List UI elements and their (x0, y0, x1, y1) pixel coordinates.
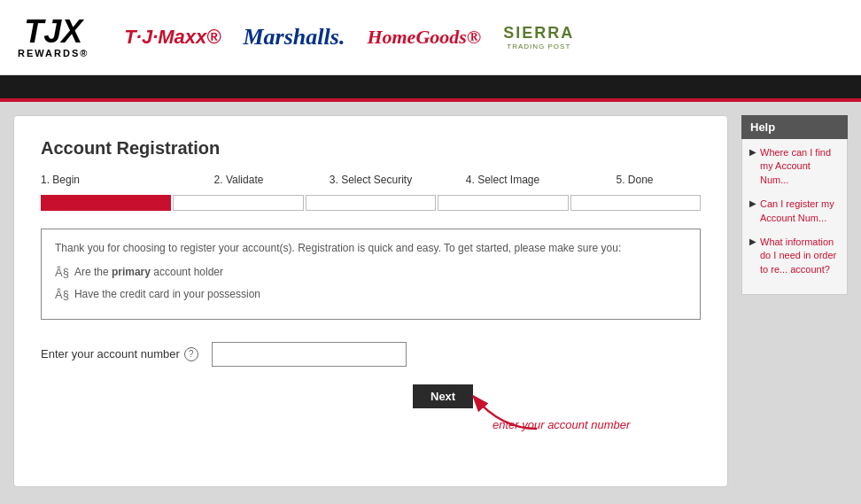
primary-bold: primary (112, 266, 151, 278)
step-5: 5. Done (569, 172, 701, 188)
step-3: 3. Select Security (305, 172, 437, 188)
annotation-text: enter your account number (493, 418, 630, 431)
help-item-3: ▶ What information do I need in order to… (749, 236, 840, 276)
progress-4 (438, 195, 568, 211)
progress-bar (41, 195, 701, 211)
step-2: 2. Validate (173, 172, 305, 188)
progress-2 (173, 195, 303, 211)
step-1-label: 1. Begin (41, 174, 80, 186)
main-container: Account Registration 1. Begin 2. Validat… (0, 102, 861, 500)
help-bullet-2: ▶ (749, 198, 756, 225)
page-title: Account Registration (41, 138, 701, 159)
steps-bar: 1. Begin 2. Validate 3. Select Security … (41, 172, 701, 188)
intro-text: Thank you for choosing to register your … (55, 240, 686, 257)
help-header: Help (741, 115, 848, 139)
sierra-bottom: TRADING POST (507, 43, 570, 50)
tjx-letters: TJX (24, 16, 82, 48)
footer (0, 500, 861, 504)
homegoods-logo: HomeGoods® (367, 26, 481, 49)
step-5-label: 5. Done (616, 174, 653, 186)
bullet-2: Â§ Have the credit card in your possessi… (55, 286, 686, 305)
help-panel: Help ▶ Where can I find my Account Num..… (741, 115, 848, 487)
help-link-2[interactable]: Can I register my Account Num... (760, 198, 840, 225)
account-form-row: Enter your account number ? (41, 342, 701, 367)
help-item-1: ▶ Where can I find my Account Num... (749, 146, 840, 187)
bullet-1: Â§ Are the primary account holder (55, 264, 686, 283)
progress-1 (41, 195, 171, 211)
bullet-1-text: Are the primary account holder (74, 264, 223, 281)
bullet-symbol-2: Â§ (55, 286, 69, 305)
account-label: Enter your account number ? (41, 347, 198, 361)
help-link-1[interactable]: Where can I find my Account Num... (760, 146, 840, 187)
help-link-3[interactable]: What information do I need in order to r… (760, 236, 840, 276)
account-label-text: Enter your account number (41, 347, 180, 361)
bullet-symbol-1: Â§ (55, 264, 69, 283)
step-2-label: 2. Validate (214, 174, 264, 186)
sierra-logo: SIERRA TRADING POST (503, 24, 574, 50)
help-icon[interactable]: ? (184, 347, 198, 361)
brand-logos: T·J·Maxx® Marshalls. HomeGoods® SIERRA T… (124, 24, 574, 50)
bullet-2-text: Have the credit card in your possession (74, 286, 260, 303)
help-item-2: ▶ Can I register my Account Num... (749, 198, 840, 225)
content-box: Account Registration 1. Begin 2. Validat… (13, 115, 728, 487)
nav-bar (0, 75, 861, 102)
info-box: Thank you for choosing to register your … (41, 229, 701, 320)
step-3-label: 3. Select Security (330, 174, 412, 186)
tjx-logo: TJX REWARDS® (18, 16, 89, 58)
step-4-label: 4. Select Image (466, 174, 539, 186)
step-4: 4. Select Image (437, 172, 569, 188)
marshalls-logo: Marshalls. (244, 24, 345, 50)
progress-5 (570, 195, 701, 211)
sierra-top: SIERRA (503, 24, 574, 43)
step-1: 1. Begin (41, 172, 173, 188)
site-header: TJX REWARDS® T·J·Maxx® Marshalls. HomeGo… (0, 0, 861, 75)
account-number-input[interactable] (212, 342, 407, 367)
help-bullet-1: ▶ (749, 147, 756, 187)
help-bullet-3: ▶ (749, 236, 756, 276)
progress-3 (306, 195, 436, 211)
help-body: ▶ Where can I find my Account Num... ▶ C… (741, 139, 848, 295)
tjmaxx-logo: T·J·Maxx® (124, 26, 221, 49)
rewards-text: REWARDS® (18, 48, 89, 58)
